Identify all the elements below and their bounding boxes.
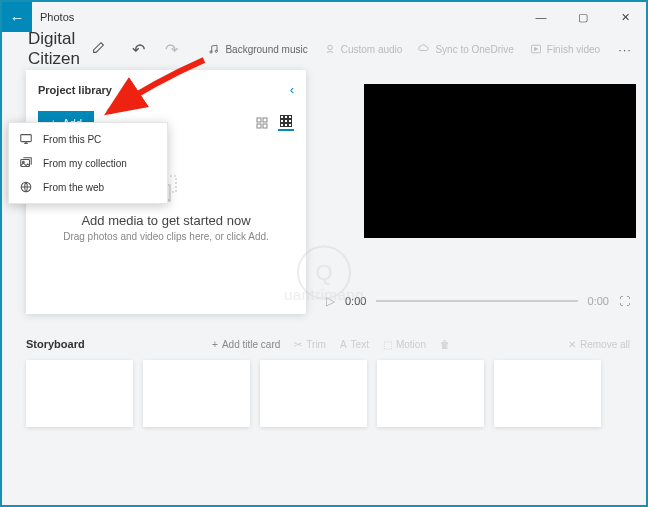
empty-title: Add media to get started now [38,213,294,228]
menu-from-pc-label: From this PC [43,134,101,145]
background-music-label: Background music [225,44,307,55]
background-music-button[interactable]: Background music [204,43,311,55]
storyboard-section: Storyboard + Add title card ✂Trim AText … [2,328,646,427]
edit-title-icon[interactable] [92,41,105,57]
library-title: Project library [38,84,112,96]
storyboard-title: Storyboard [26,338,85,350]
menu-from-collection-label: From my collection [43,158,127,169]
svg-rect-20 [21,135,32,142]
menu-from-web-label: From the web [43,182,104,193]
maximize-button[interactable]: ▢ [562,2,604,32]
add-title-card-button[interactable]: + Add title card [212,339,280,350]
delete-button: 🗑 [440,339,450,350]
storyboard-slot[interactable] [494,360,601,427]
svg-point-0 [210,51,212,53]
empty-subtitle: Drag photos and video clips here, or cli… [38,231,294,242]
undo-button[interactable]: ↶ [126,40,151,59]
svg-rect-12 [285,120,288,123]
svg-rect-5 [263,118,267,122]
close-button[interactable]: ✕ [604,2,646,32]
fullscreen-button[interactable]: ⛶ [619,295,630,307]
menu-from-the-web[interactable]: From the web [9,175,167,199]
storyboard-slot[interactable] [143,360,250,427]
menu-from-my-collection[interactable]: From my collection [9,151,167,175]
finish-video-label: Finish video [547,44,600,55]
text-button: AText [340,339,369,350]
current-time: 0:00 [345,295,366,307]
custom-audio-button[interactable]: Custom audio [320,43,407,55]
project-title: Digital Citizen [28,29,80,69]
svg-point-2 [327,45,332,50]
grid-view-large-icon[interactable] [278,115,294,131]
svg-rect-7 [263,124,267,128]
finish-video-button[interactable]: Finish video [526,43,604,55]
svg-rect-16 [289,124,292,127]
back-button[interactable]: ← [2,2,32,32]
total-time: 0:00 [588,295,609,307]
redo-button: ↷ [159,40,184,59]
svg-rect-4 [257,118,261,122]
project-library-panel: Project library ‹ + Add [26,70,306,314]
plus-icon: + [212,339,218,350]
storyboard-slot[interactable] [26,360,133,427]
window-controls: — ▢ ✕ [520,2,646,32]
svg-rect-14 [281,124,284,127]
storyboard-cards [26,360,630,427]
trim-button: ✂Trim [294,339,326,350]
svg-rect-13 [289,120,292,123]
preview-panel: ▷ 0:00 0:00 ⛶ [320,70,636,314]
sync-onedrive-label: Sync to OneDrive [435,44,513,55]
add-title-card-label: Add title card [222,339,280,350]
add-dropdown-menu: From this PC From my collection From the… [8,122,168,204]
menu-from-this-pc[interactable]: From this PC [9,127,167,151]
titlebar: ← Photos — ▢ ✕ [2,2,646,32]
main-area: Project library ‹ + Add [2,66,646,328]
svg-rect-10 [289,116,292,119]
minimize-button[interactable]: — [520,2,562,32]
svg-rect-9 [285,116,288,119]
svg-point-1 [216,50,218,52]
sync-onedrive-button[interactable]: Sync to OneDrive [414,43,517,55]
motion-button: ⬚Motion [383,339,426,350]
collapse-library-icon[interactable]: ‹ [290,82,294,97]
remove-all-button: ✕ Remove all [568,339,630,350]
custom-audio-label: Custom audio [341,44,403,55]
storyboard-slot[interactable] [377,360,484,427]
svg-rect-8 [281,116,284,119]
header-row: Digital Citizen ↶ ↷ Background music Cus… [2,32,646,66]
storyboard-slot[interactable] [260,360,367,427]
video-preview[interactable] [364,84,636,238]
player-controls: ▷ 0:00 0:00 ⛶ [320,294,636,308]
svg-rect-11 [281,120,284,123]
timeline-track[interactable] [376,300,577,302]
remove-all-label: Remove all [580,339,630,350]
svg-rect-15 [285,124,288,127]
more-options-button[interactable]: ··· [612,42,638,57]
grid-view-small-icon[interactable] [254,115,270,131]
play-button[interactable]: ▷ [326,294,335,308]
svg-rect-6 [257,124,261,128]
app-title: Photos [40,11,520,23]
